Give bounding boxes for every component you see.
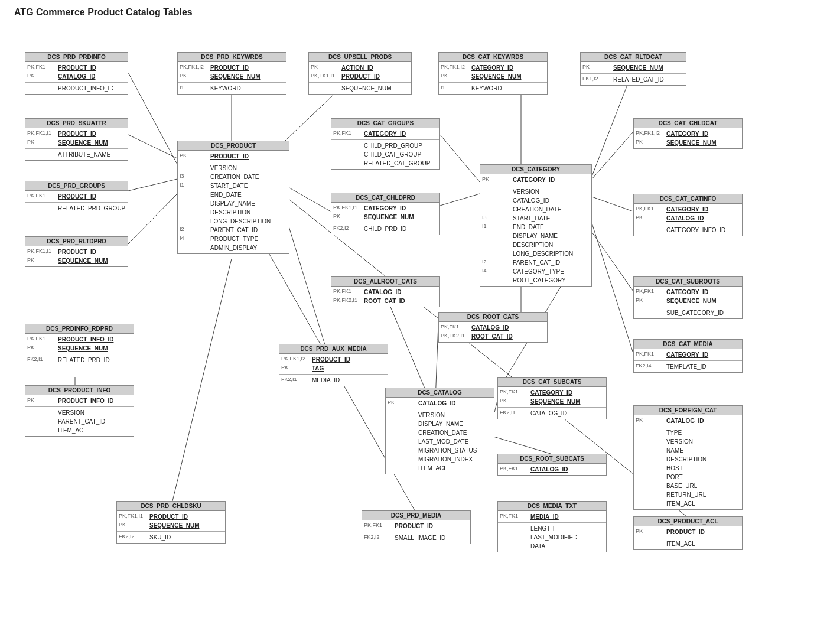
row-key: I1 — [180, 182, 210, 189]
row-field: DESCRIPTION — [513, 241, 553, 249]
row-key: PK — [441, 73, 471, 80]
table-dcs_product_acl: DCS_PRODUCT_ACLPKPRODUCT_IDITEM_ACL — [633, 516, 743, 550]
row-key: PK,FK1,I1 — [27, 130, 58, 137]
table-dcs_foreign_cat: DCS_FOREIGN_CATPKCATALOG_IDTYPEVERSIONNA… — [633, 405, 743, 510]
row-field: CATEGORY_ID — [530, 389, 572, 396]
table-row: PK,FK1CATALOG_ID — [331, 288, 439, 297]
table-body: PK,FK1,I2CATEGORY_IDPKSEQUENCE_NUMI1KEYW… — [439, 62, 547, 94]
row-key: I4 — [180, 235, 210, 242]
table-row: FK2,I1MEDIA_ID — [279, 376, 388, 385]
row-field: END_DATE — [210, 191, 242, 199]
table-dcs_cat_media: DCS_CAT_MEDIAPK,FK1CATEGORY_IDFK2,I4TEMP… — [633, 339, 743, 373]
table-header: DCS_CAT_GROUPS — [331, 119, 439, 128]
table-row: PKCATALOG_ID — [634, 417, 742, 425]
table-header: DCS_UPSELL_PRODS — [309, 53, 411, 62]
row-field: ITEM_ACL — [666, 540, 695, 548]
row-field: PRODUCT_INFO_ID — [58, 336, 113, 343]
svg-line-2 — [128, 135, 177, 158]
table-body: PKSEQUENCE_NUMFK1,I2RELATED_CAT_ID — [581, 62, 686, 85]
table-row: I4CATEGORY_TYPE — [480, 267, 591, 276]
row-field: TAG — [312, 365, 324, 372]
row-field: LAST_MODIFIED — [530, 533, 577, 541]
table-row: PK,FK1,I1CATEGORY_ID — [331, 204, 439, 213]
row-key: PK,FK1 — [364, 522, 395, 529]
table-row: DESCRIPTION — [178, 208, 289, 217]
table-body: PK,FK1CATEGORY_IDPKCATALOG_IDCATEGORY_IN… — [634, 204, 742, 236]
row-field: PRODUCT_ID — [666, 528, 705, 536]
table-header: DCS_PRDINFO_RDPRD — [25, 324, 134, 334]
row-field: CREATION_DATE — [418, 429, 467, 437]
row-field: SKU_ID — [149, 533, 171, 541]
table-body: PK,FK1,I2CATEGORY_IDPKSEQUENCE_NUM — [634, 128, 742, 148]
table-header: DCS_PRODUCT — [178, 141, 289, 151]
table-row: ADMIN_DISPLAY — [178, 243, 289, 252]
table-body: PKPRODUCT_IDVERSIONI3CREATION_DATEI1STAR… — [178, 151, 289, 253]
row-key: PK — [27, 397, 58, 404]
table-row: MIGRATION_STATUS — [386, 446, 494, 455]
svg-line-6 — [440, 135, 480, 182]
row-key: PK,FK1,I1 — [333, 204, 364, 211]
row-field: KEYWORD — [471, 84, 502, 92]
row-key: PK — [636, 139, 666, 146]
table-row: PK,FK1MEDIA_ID — [498, 512, 606, 521]
table-row: PK,FK1,I1PRODUCT_ID — [25, 129, 128, 138]
table-dcs_prd_groups: DCS_PRD_GROUPSPK,FK1PRODUCT_IDRELATED_PR… — [25, 181, 128, 214]
table-body: PK,FK1PRODUCT_IDFK2,I2SMALL_IMAGE_ID — [362, 520, 470, 544]
table-row: PKACTION_ID — [309, 63, 411, 72]
row-field: SEQUENCE_NUM — [341, 84, 391, 92]
row-divider — [178, 162, 289, 162]
row-field: CREATION_DATE — [210, 173, 259, 181]
row-field: SEQUENCE_NUM — [210, 73, 260, 80]
page-title: ATG Commerce Product Catalog Tables — [0, 0, 840, 22]
row-field: BASE_URL — [666, 482, 697, 490]
table-row: PK,FK1CATALOG_ID — [439, 323, 547, 332]
row-field: CATALOG_ID — [530, 466, 568, 473]
row-key: FK2,I1 — [281, 376, 312, 383]
row-divider — [25, 354, 134, 354]
table-header: DCS_CATEGORY — [480, 165, 591, 174]
row-key: PK,FK1 — [441, 324, 471, 331]
row-divider — [178, 82, 286, 83]
row-field: RELATED_PRD_ID — [58, 356, 110, 364]
table-body: PK,FK1,I2PRODUCT_IDPKTAGFK2,I1MEDIA_ID — [279, 354, 388, 386]
table-row: BASE_URL — [634, 481, 742, 490]
table-row: PK,FK1PRODUCT_ID — [25, 192, 128, 201]
table-row: I2PARENT_CAT_ID — [178, 226, 289, 235]
row-divider — [331, 139, 439, 140]
table-row: TYPE — [634, 428, 742, 437]
row-divider — [498, 522, 606, 523]
table-row: PKSEQUENCE_NUM — [25, 344, 134, 353]
table-dcs_cat_subcats: DCS_CAT_SUBCATSPK,FK1CATEGORY_IDPKSEQUEN… — [497, 377, 607, 419]
row-field: MEDIA_ID — [312, 376, 340, 384]
table-row: PK,FK1,I1PRODUCT_ID — [309, 72, 411, 81]
row-field: ROOT_CAT_ID — [364, 297, 405, 305]
table-row: PKSEQUENCE_NUM — [439, 72, 547, 81]
row-key: PK,FK1 — [333, 288, 364, 295]
table-row: FK2,I2SMALL_IMAGE_ID — [362, 533, 470, 542]
row-field: CHILD_PRD_ID — [364, 225, 406, 233]
row-field: ITEM_ACL — [666, 500, 695, 507]
table-row: PKTAG — [279, 364, 388, 373]
row-field: ADMIN_DISPLAY — [210, 244, 257, 252]
table-row: ITEM_ACL — [634, 499, 742, 508]
table-row: FK2,I1CATALOG_ID — [498, 409, 606, 418]
table-dcs_prd_prdinfo: DCS_PRD_PRDINFOPK,FK1PRODUCT_IDPKCATALOG… — [25, 52, 128, 95]
row-field: SUB_CATEGORY_ID — [666, 309, 724, 317]
table-dcs_media_txt: DCS_MEDIA_TXTPK,FK1MEDIA_IDLENGTHLAST_MO… — [497, 501, 607, 552]
row-key: PK — [281, 365, 312, 372]
table-row: LENGTH — [498, 524, 606, 533]
table-body: PK,FK1CATALOG_ID — [498, 464, 606, 475]
row-key: FK2,I1 — [500, 409, 530, 417]
svg-line-16 — [592, 232, 633, 291]
row-key: I3 — [482, 214, 513, 222]
table-row: PK,FK1CATEGORY_ID — [634, 350, 742, 359]
table-dcs_prd_chldsku: DCS_PRD_CHLDSKUPK,FK1,I1PRODUCT_IDPKSEQU… — [116, 501, 226, 544]
table-row: PKSEQUENCE_NUM — [581, 63, 686, 72]
table-header: DCS_CAT_CHLDPRD — [331, 193, 439, 203]
table-body: PK,FK1,I1CATEGORY_IDPKSEQUENCE_NUMFK2,I2… — [331, 203, 439, 235]
table-dcs_product_info: DCS_PRODUCT_INFOPKPRODUCT_INFO_IDVERSION… — [25, 385, 134, 437]
table-body: PK,FK1,I2PRODUCT_IDPKSEQUENCE_NUMI1KEYWO… — [178, 62, 286, 94]
table-row: VERSION — [634, 437, 742, 446]
row-key: PK,FK1 — [500, 466, 530, 473]
row-divider — [634, 538, 742, 538]
